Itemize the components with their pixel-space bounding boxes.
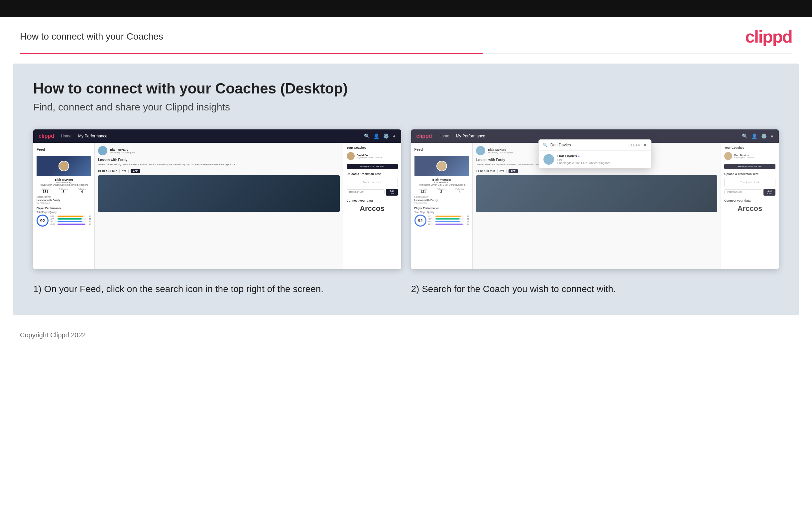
stat-followers-2: Followers 3 bbox=[437, 188, 446, 194]
clippd-logo: clippd bbox=[745, 27, 792, 47]
result-name-row: Dan Davies ✔ bbox=[558, 154, 610, 158]
top-bar bbox=[0, 0, 812, 17]
avatar-2 bbox=[436, 161, 447, 171]
quality-row-2: 92 OTT 90 APP 85 bbox=[415, 215, 469, 226]
bar-putt-val-2: 96 bbox=[465, 223, 469, 225]
trackman-input-row: Add Link bbox=[347, 189, 398, 196]
activity-name-2: Lesson with Fordy bbox=[415, 199, 469, 202]
coach-avatar-center-2 bbox=[476, 146, 485, 155]
bar-ott: OTT 90 bbox=[51, 215, 91, 217]
coach-info: Blair McHarg Yesterday · Sunningdale bbox=[110, 148, 135, 154]
search-bar: 🔍 Dan Davies CLEAR ✕ bbox=[539, 140, 651, 151]
upload-title-1: Upload a Trackman Test bbox=[347, 172, 398, 176]
clear-button[interactable]: CLEAR bbox=[628, 143, 640, 147]
video-placeholder bbox=[98, 175, 340, 212]
nav-my-performance[interactable]: My Performance bbox=[78, 134, 107, 138]
stat-foll-value-2: 3 bbox=[437, 190, 446, 194]
add-link-btn[interactable]: Add Link bbox=[386, 189, 398, 196]
profile-banner-2 bbox=[415, 156, 469, 176]
coaches-title-2: Your Coaches bbox=[724, 146, 775, 150]
activity-date: 03 Aug 2022 bbox=[37, 202, 91, 204]
add-link-btn-2[interactable]: Add Link bbox=[763, 189, 775, 196]
stats-row: Activities 131 Followers 3 Following 4 bbox=[37, 188, 91, 194]
settings-icon-2[interactable]: ⚙️ bbox=[761, 133, 767, 139]
manage-coaches-btn-2[interactable]: Manage Your Coaches bbox=[724, 164, 775, 169]
tag-ott[interactable]: OTT bbox=[119, 169, 129, 173]
tag-app[interactable]: APP bbox=[131, 169, 140, 173]
coach-entry-avatar-1 bbox=[347, 152, 355, 160]
profile-club: Royal North Devon Golf Club, United King… bbox=[37, 184, 91, 186]
bar-ott-val: 90 bbox=[87, 215, 91, 217]
score-circle-2: 92 bbox=[415, 215, 426, 226]
user-icon-2[interactable]: 👤 bbox=[752, 133, 757, 139]
user-icon[interactable]: 👤 bbox=[374, 133, 379, 139]
avatar-icon[interactable]: ● bbox=[393, 133, 395, 139]
performance-title: Player Performance bbox=[37, 207, 91, 210]
search-icon-overlay: 🔍 bbox=[543, 143, 548, 147]
tag-app-2[interactable]: APP bbox=[509, 169, 518, 173]
nav-home[interactable]: Home bbox=[61, 134, 71, 138]
bar-putt-bg-2 bbox=[435, 223, 464, 225]
search-query[interactable]: Dan Davies bbox=[551, 143, 626, 147]
settings-icon[interactable]: ⚙️ bbox=[383, 133, 389, 139]
arccos-logo: Arccos bbox=[347, 204, 398, 213]
trackman-input-2[interactable] bbox=[724, 189, 762, 194]
bar-app: APP 85 bbox=[51, 218, 91, 220]
stat-followers: Followers 3 bbox=[59, 188, 68, 194]
search-result[interactable]: Dan Davies ✔ Pro Sunningdale Golf Club, … bbox=[539, 151, 651, 168]
main-title: How to connect with your Coaches (Deskto… bbox=[33, 80, 779, 97]
nav-home-2[interactable]: Home bbox=[439, 134, 449, 138]
nav-my-performance-2[interactable]: My Performance bbox=[456, 134, 485, 138]
avatar bbox=[58, 161, 69, 171]
profile-handicap: Plus Handicap bbox=[37, 181, 91, 184]
search-icon[interactable]: 🔍 bbox=[364, 133, 370, 139]
bar-arg: ARG 86 bbox=[51, 220, 91, 222]
nav-icons-2: 🔍 👤 ⚙️ ● bbox=[742, 133, 773, 139]
bars-col-2: OTT 90 APP 85 ARG bbox=[428, 215, 469, 226]
profile-banner bbox=[37, 156, 91, 176]
coach-entry-name-2: Dan Davies bbox=[734, 154, 754, 157]
profile-handicap-2: Plus Handicap bbox=[415, 181, 469, 184]
manage-coaches-btn-1[interactable]: Manage Your Coaches bbox=[347, 164, 398, 169]
coach-entry-info-1: David Ford Royal North Devon Golf Club bbox=[356, 154, 382, 159]
coach-info-2: Blair McHarg Yesterday · Sunningdale bbox=[488, 148, 513, 154]
footer: Copyright Clippd 2022 bbox=[0, 325, 812, 346]
trackman-label-2: Trackman Link bbox=[727, 181, 772, 184]
bar-app-2: APP 85 bbox=[428, 218, 469, 220]
feed-tab-2[interactable]: Feed bbox=[415, 147, 423, 153]
stats-row-2: Activities 131 Followers 3 Following 4 bbox=[415, 188, 469, 194]
header: How to connect with your Coaches clippd bbox=[0, 17, 812, 53]
bar-app-bg bbox=[57, 218, 86, 220]
trackman-input-row-2: Add Link bbox=[724, 189, 775, 196]
trackman-label: Trackman Link bbox=[350, 181, 395, 184]
search-icon-2[interactable]: 🔍 bbox=[742, 133, 748, 139]
bar-ott-label-2: OTT bbox=[428, 215, 434, 217]
coach-entry-club-1: Royal North Devon Golf Club bbox=[356, 157, 382, 159]
tag-ott-2[interactable]: OTT bbox=[497, 169, 507, 173]
screenshots-row: clippd Home My Performance 🔍 👤 ⚙️ ● Feed bbox=[33, 129, 779, 269]
trackman-box-2: Trackman Link bbox=[724, 178, 775, 187]
page-title: How to connect with your Coaches bbox=[20, 31, 163, 42]
left-panel-1: Feed Blair McHarg Plus Handicap Royal No… bbox=[33, 143, 95, 269]
bar-app-label: APP bbox=[51, 218, 56, 220]
result-name: Dan Davies bbox=[558, 154, 577, 158]
avatar-icon-2[interactable]: ● bbox=[771, 133, 773, 139]
close-search-icon[interactable]: ✕ bbox=[643, 142, 647, 148]
coach-sub-2: Yesterday · Sunningdale bbox=[488, 152, 513, 154]
stat-following-value: 4 bbox=[78, 190, 86, 194]
quality-row: 92 OTT 90 APP 85 bbox=[37, 215, 91, 226]
lesson-duration-2: 01 hr : 30 min OTT APP bbox=[476, 169, 718, 173]
stat-activities: Activities 131 bbox=[42, 188, 50, 194]
feed-tab[interactable]: Feed bbox=[37, 147, 45, 153]
profile-name: Blair McHarg bbox=[37, 178, 91, 181]
result-avatar bbox=[543, 154, 554, 165]
app-screenshot-1: clippd Home My Performance 🔍 👤 ⚙️ ● Feed bbox=[33, 129, 401, 269]
bars-col: OTT 90 APP 85 ARG bbox=[51, 215, 91, 226]
app-logo-2: clippd bbox=[417, 133, 432, 139]
trackman-input[interactable] bbox=[347, 189, 385, 194]
header-divider bbox=[20, 53, 792, 54]
coach-name-center: Blair McHarg bbox=[110, 148, 135, 152]
bar-arg-2: ARG 86 bbox=[428, 220, 469, 222]
bar-ott-label: OTT bbox=[51, 215, 56, 217]
duration-value-2: 01 hr : 30 min bbox=[476, 169, 495, 173]
